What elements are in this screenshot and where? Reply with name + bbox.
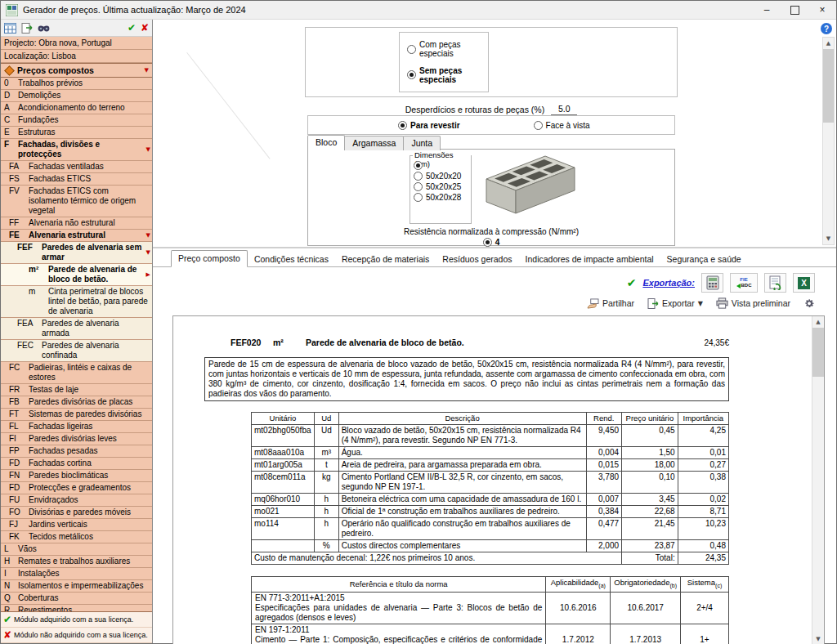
sidebar-item-fi-paredes-diviso-rias[interactable]: FIParedes divisórias leves [1,433,152,445]
sidebar-item-fl-fachadas-ligeiras[interactable]: FLFachadas ligeiras [1,421,152,433]
waste-percentage-input[interactable] [551,104,577,115]
sidebar-root-label: Preços compostos [17,65,94,75]
sidebar-item-fc-padieiras-linte-is[interactable]: FCPadieiras, lintéis e caixas de estores [1,362,152,384]
sidebar-item-label: Demolições [18,91,150,101]
waste-label: Desperdícios e roturas de peças (%) [405,105,544,114]
scroll-up-arrow[interactable]: ▲ [812,316,824,328]
detail-tab-indicadores-de-impacte-ambiental[interactable]: Indicadores de impacte ambiental [519,252,660,266]
share-button[interactable]: Partilhar [587,298,634,309]
arquimedes-icon[interactable] [701,273,723,293]
document-preview: FEF020 m² Parede de alvenaria de bloco d… [172,315,825,644]
sidebar-item-n-isolamentos-e-impermeabilizac[interactable]: NIsolamentos e impermeabilizações [1,580,152,593]
waste-row: Desperdícios e roturas de peças (%) [305,104,678,115]
sidebar-item-m-parede-de-alvenaria[interactable]: m²Parede de alvenaria de bloco de betão.… [1,264,152,286]
sidebar-item-ft-sistemas-de-paredes[interactable]: FTSistemas de paredes divisórias [1,409,152,421]
gear-icon[interactable] [803,297,815,309]
sidebar-item-fef-paredes-de-alvenaria[interactable]: FEFParedes de alvenaria sem armar▼ [1,242,152,264]
export-icon[interactable] [21,23,33,34]
sidebar-item-fd-protecc-o-es[interactable]: FDProtecções e gradeamentos [1,482,152,494]
sidebar-item-r-revestimentos[interactable]: RRevestimentos [1,605,152,611]
scroll-thumb[interactable] [812,328,824,377]
sidebar-item-fv-fachadas-etics-com[interactable]: FVFachadas ETICS com isolamento térmico … [1,186,152,217]
block-tab-panel: Dimensões (cm) 50x20x1550x20x2050x20x255… [307,149,675,246]
report-icon[interactable] [764,273,786,293]
help-icon[interactable]: ? [821,23,832,34]
radio-4[interactable]: 4 [483,238,500,247]
sidebar-item-code: FD [9,483,29,493]
radio-para-revestir[interactable]: Para revestir [398,121,460,130]
sidebar-item-fec-paredes-de-alvenaria[interactable]: FECParedes de alvenaria confinada [1,340,152,362]
sidebar-item-d-demolic-o-es[interactable]: DDemolições [1,90,152,102]
minimize-button[interactable]: – [753,1,781,19]
maximize-button[interactable] [781,1,808,19]
export-link[interactable]: Exportação: [642,278,695,288]
sidebar-item-label: Remates e trabalhos auxiliares [18,557,150,566]
sidebar-item-a-acondicionamento-do-terreno[interactable]: AAcondicionamento do terreno [1,102,152,114]
sidebar-item-q-coberturas[interactable]: QCoberturas [1,593,152,605]
cell: Custos directos complementares [338,540,586,552]
scroll-down-arrow[interactable]: ▼ [823,233,834,244]
tab-junta[interactable]: Junta [403,136,441,150]
sidebar-item-fd-fachadas-cortina[interactable]: FDFachadas cortina [1,458,152,470]
excel-icon[interactable]: X [793,273,815,293]
close-button[interactable]: × [808,1,836,19]
sidebar-item-fu-envidrac-ados[interactable]: FUEnvidraçados [1,494,152,507]
radio-sem-pec-as-especiais[interactable]: Sem peças especiais [407,66,488,84]
sidebar-item-f-fachadas-diviso-es[interactable]: FFachadas, divisões e protecções▼ [1,139,152,161]
cancel-cross-icon[interactable]: ✘ [141,22,149,34]
binoculars-icon[interactable] [38,23,50,33]
sidebar-item-code: FV [9,186,29,196]
export-button[interactable]: Exportar ▼ [647,298,703,309]
radio-com-pec-as-especiais[interactable]: Com peças especiais [407,40,488,58]
sidebar-item-fr-testas-de-laje[interactable]: FRTestas de laje [1,384,152,396]
sidebar-root-precos-compostos[interactable]: Preços compostos ▼ [1,63,152,78]
sidebar-item-fs-fachadas-etics[interactable]: FSFachadas ETICS [1,173,152,186]
sidebar-item-e-estruturas[interactable]: EEstruturas [1,127,152,139]
detail-tab-condic-o-es-te-cnicas[interactable]: Condições técnicas [248,252,335,266]
sidebar-item-c-fundac-o-es[interactable]: CFundações [1,114,152,127]
cell: 0,48 [678,540,728,552]
sidebar-item-fb-paredes-diviso-rias[interactable]: FBParedes divisórias de placas [1,396,152,409]
detail-tab-prec-o-composto[interactable]: Preço composto [171,250,248,267]
norm-reference-cell: EN 197-1:2011Cimento — Parte 1: Composiç… [252,624,546,644]
sidebar-item-fea-paredes-de-alvenaria[interactable]: FEAParedes de alvenaria armada [1,318,152,340]
table-icon[interactable] [4,23,16,34]
sidebar-item-0-trabalhos-pre-vios[interactable]: 0Trabalhos prévios [1,78,152,90]
sidebar-item-fn-paredes-bioclima-ticas[interactable]: FNParedes bioclimáticas [1,470,152,482]
sidebar-item-code: FEA [17,319,42,329]
tab-bloco[interactable]: Bloco [307,135,345,150]
sidebar-item-ff-alvenaria-na-o[interactable]: FFAlvenaria não estrutural [1,217,152,230]
sidebar-item-fo-diviso-rias-e[interactable]: FODivisórias e paredes móveis [1,507,152,519]
radio-50x20x20[interactable]: 50x20x20 [414,172,471,181]
sidebar-item-fe-alvenaria-estrutural[interactable]: FEAlvenaria estrutural▼ [1,230,152,242]
fiebdc-icon[interactable]: FIE BDC [730,273,758,293]
detail-tab-seguranc-a-e-sau-de[interactable]: Segurança e saúde [660,252,748,266]
column-header-label: Sistema [687,578,715,587]
sidebar-item-fp-fachadas-pesadas[interactable]: FPFachadas pesadas [1,445,152,458]
tab-argamassa[interactable]: Argamassa [344,136,404,150]
radio-50x20x28[interactable]: 50x20x28 [414,193,471,202]
sidebar-item-l-va-os[interactable]: LVãos [1,543,152,556]
sidebar-item-fk-tecidos-meta-licos[interactable]: FKTecidos metálicos [1,531,152,543]
print-preview-button[interactable]: Vista preliminar [716,297,790,309]
document-scrollbar[interactable]: ▲ ▼ [812,316,824,644]
column-header: Ud [314,413,338,425]
sidebar-item-fa-fachadas-ventiladas[interactable]: FAFachadas ventiladas [1,161,152,173]
cell: m³ [314,447,338,459]
sidebar-item-h-remates-e-trabalhos[interactable]: HRemates e trabalhos auxiliares [1,556,152,568]
sidebar-item-m-cinta-perimetral-de[interactable]: mCinta perimetral de blocos lintel de be… [1,286,152,318]
radio-face-a-vista[interactable]: Face à vista [534,121,590,130]
detail-tab-resi-duos-gerados[interactable]: Resíduos gerados [436,252,518,266]
confirm-check-icon[interactable]: ✔ [128,22,136,34]
sidebar-item-code: FP [9,446,29,456]
options-scrollbar[interactable]: ▲ ▼ [822,37,835,245]
detail-tab-recepc-a-o-de-materiais[interactable]: Recepção de materiais [335,252,436,266]
scroll-down-arrow[interactable]: ▼ [812,633,824,644]
radio-indicator [414,172,423,181]
sidebar-item-fj-jardins-verticais[interactable]: FJJardins verticais [1,519,152,531]
scroll-up-arrow[interactable]: ▲ [823,38,834,49]
sidebar-item-i-instalac-o-es[interactable]: IInstalações [1,568,152,580]
export-button-label: Exportar [662,298,695,308]
radio-50x20x25[interactable]: 50x20x25 [414,182,471,191]
scroll-thumb[interactable] [823,49,834,123]
